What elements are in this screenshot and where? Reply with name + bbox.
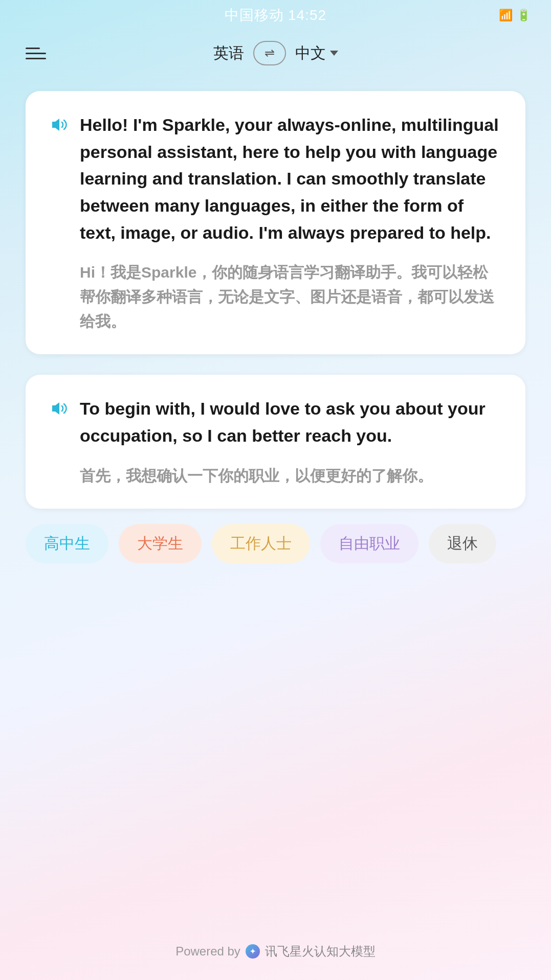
target-language-container[interactable]: 中文 [295,43,338,64]
brand-logo-icon: ✦ [246,944,260,959]
chat-area: Hello! I'm Sparkle, your always-online, … [0,81,551,519]
message-english-2: To begin with, I would love to ask you a… [48,395,503,488]
language-switcher: 英语 ⇌ 中文 [213,41,338,65]
source-language: 英语 [213,43,244,64]
target-language: 中文 [295,43,326,64]
status-carrier: 14:52 [288,7,326,24]
wifi-icon: 📶 [499,9,513,22]
chip-worker[interactable]: 工作人士 [212,524,310,563]
speaker-icon-2[interactable] [48,397,71,427]
status-time: 中国移动 [225,6,284,25]
status-icons: 📶 🔋 [499,9,531,22]
message-chinese-text-1: Hi！我是Sparkle，你的随身语言学习翻译助手。我可以轻松帮你翻译多种语言，… [80,260,503,334]
powered-by-label: Powered by [175,944,240,959]
battery-icon: 🔋 [517,9,531,22]
message-text-block-2: To begin with, I would love to ask you a… [80,395,503,488]
message-text-block-1: Hello! I'm Sparkle, your always-online, … [80,111,503,334]
brand-name: 讯飞星火认知大模型 [265,943,376,960]
message-english-1: Hello! I'm Sparkle, your always-online, … [48,111,503,334]
status-bar: 中国移动 14:52 📶 🔋 [0,0,551,31]
swap-language-button[interactable]: ⇌ [253,41,286,65]
chip-high-school[interactable]: 高中生 [26,524,108,563]
chip-college[interactable]: 大学生 [119,524,202,563]
chip-freelance[interactable]: 自由职业 [320,524,418,563]
message-english-text-1: Hello! I'm Sparkle, your always-online, … [80,115,499,242]
menu-button[interactable] [26,48,46,59]
message-bubble-1: Hello! I'm Sparkle, your always-online, … [26,91,525,354]
quick-replies: 高中生 大学生 工作人士 自由职业 退休 [0,519,551,568]
speaker-icon-1[interactable] [48,113,71,144]
message-chinese-text-2: 首先，我想确认一下你的职业，以便更好的了解你。 [80,464,503,488]
message-english-text-2: To begin with, I would love to ask you a… [80,399,486,445]
chevron-down-icon [330,51,338,56]
message-bubble-2: To begin with, I would love to ask you a… [26,375,525,508]
footer: Powered by ✦ 讯飞星火认知大模型 [0,943,551,960]
chip-retired[interactable]: 退休 [429,524,496,563]
header: 英语 ⇌ 中文 [0,31,551,81]
